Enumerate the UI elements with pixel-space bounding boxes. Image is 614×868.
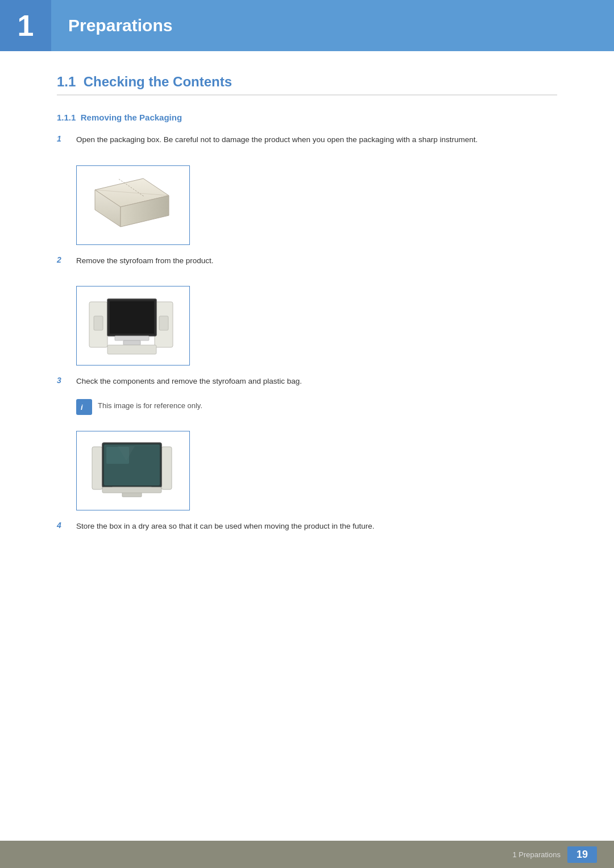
step-text-2: Remove the styrofoam from the product. — [76, 255, 214, 267]
svg-rect-8 — [110, 301, 154, 334]
footer-chapter-label: 1 Preparations — [512, 850, 561, 859]
svg-rect-13 — [159, 316, 168, 330]
svg-text:i: i — [81, 403, 83, 412]
chapter-title: Preparations — [68, 16, 172, 35]
note-box: i This image is for reference only. — [76, 399, 557, 415]
box-svg — [84, 173, 180, 235]
section-title: 1.1 Checking the Contents — [57, 74, 557, 95]
step-number-1: 1 — [57, 134, 67, 143]
svg-rect-15 — [92, 447, 102, 489]
svg-rect-23 — [102, 487, 161, 493]
step-2: 2 Remove the styrofoam from the product. — [57, 255, 557, 267]
step-number-4: 4 — [57, 520, 67, 530]
step-text-3: Check the components and remove the styr… — [76, 375, 302, 388]
note-icon: i — [76, 399, 92, 415]
svg-rect-12 — [94, 316, 103, 330]
footer-page-number: 19 — [567, 846, 597, 863]
step-1: 1 Open the packaging box. Be careful not… — [57, 134, 557, 146]
chapter-number: 1 — [0, 0, 51, 51]
step3-image — [76, 431, 190, 510]
svg-rect-11 — [107, 345, 156, 354]
step-number-2: 2 — [57, 255, 67, 264]
step-text-1: Open the packaging box. Be careful not t… — [76, 134, 478, 146]
step-3: 3 Check the components and remove the st… — [57, 375, 557, 388]
monitor-unwrapped-svg — [84, 438, 180, 504]
subsection-title: 1.1.1 Removing the Packaging — [57, 113, 557, 122]
svg-rect-10 — [123, 340, 140, 345]
page-content: 1.1 Checking the Contents 1.1.1 Removing… — [0, 74, 614, 589]
step-4: 4 Store the box in a dry area so that it… — [57, 520, 557, 533]
step2-image — [76, 286, 190, 366]
step-text-4: Store the box in a dry area so that it c… — [76, 520, 375, 533]
svg-rect-16 — [161, 447, 172, 489]
styrofoam-svg — [84, 293, 180, 359]
chapter-header: 1 Preparations — [0, 0, 614, 51]
step1-image — [76, 165, 190, 245]
svg-rect-9 — [115, 336, 149, 340]
step-number-3: 3 — [57, 375, 67, 385]
note-text: This image is for reference only. — [98, 399, 202, 410]
page-footer: 1 Preparations 19 — [0, 841, 614, 868]
